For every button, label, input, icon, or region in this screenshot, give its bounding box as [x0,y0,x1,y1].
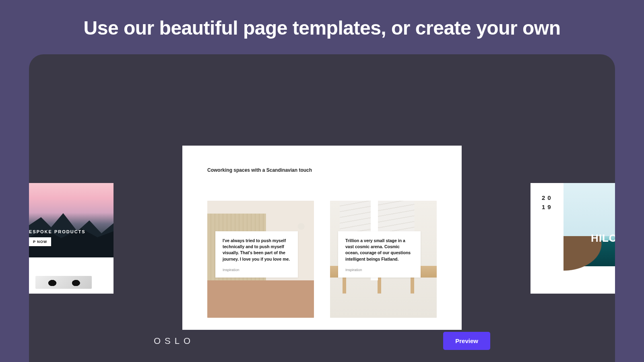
left-hero-image: ESPOKE PRODUCTS P NOW [29,183,114,257]
center-cards-row: I've always tried to push myself technic… [207,201,437,318]
template-card-left[interactable]: ESPOKE PRODUCTS P NOW [29,183,114,294]
headphones-image [35,276,92,289]
template-card-center[interactable]: Coworking spaces with a Scandinavian tou… [182,146,462,330]
template-name-label: OSLO [154,336,194,346]
center-card-1: I've always tried to push myself technic… [207,201,314,318]
left-cta-button[interactable]: P NOW [29,237,51,246]
year-label: 20 19 [542,193,558,212]
card-tag: Inspiration [223,268,291,272]
card-caption: Trillion a very small stage in a vast co… [338,231,421,278]
template-stage: ESPOKE PRODUCTS P NOW Coworking spaces w… [29,54,615,362]
left-lower-panel [31,273,96,291]
center-heading: Coworking spaces with a Scandinavian tou… [207,167,312,173]
card-tag: Inspiration [345,268,413,272]
template-footer-bar: OSLO Preview [29,320,615,362]
hero-title: Use our beautiful page templates, or cre… [0,17,644,39]
left-overlay-text: ESPOKE PRODUCTS [29,229,86,234]
right-photo: HILO [564,183,615,294]
template-card-right[interactable]: 20 19 HILO [530,183,615,294]
card-body-text: I've always tried to push myself technic… [223,238,291,262]
preview-button[interactable]: Preview [443,332,490,350]
center-card-2: Trillion a very small stage in a vast co… [330,201,437,318]
card-caption: I've always tried to push myself technic… [215,231,298,278]
right-title-fragment: HILO [591,232,615,245]
right-side-panel: 20 19 [530,183,564,294]
card-body-text: Trillion a very small stage in a vast co… [345,238,413,262]
year-line-1: 20 [542,194,553,201]
year-line-2: 19 [542,204,553,210]
